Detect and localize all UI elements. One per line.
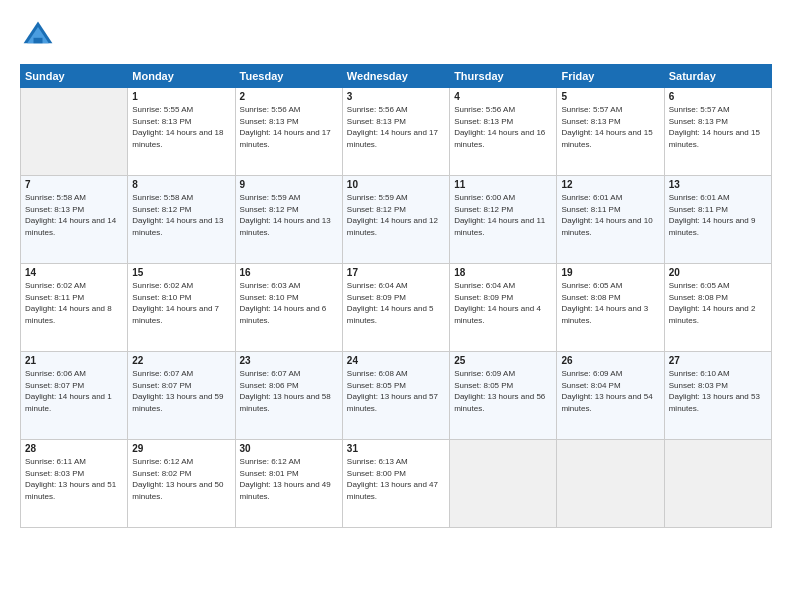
day-info: Sunrise: 6:12 AMSunset: 8:01 PMDaylight:… [240, 456, 338, 502]
day-number: 4 [454, 91, 552, 102]
calendar-cell: 2Sunrise: 5:56 AMSunset: 8:13 PMDaylight… [235, 88, 342, 176]
calendar-table: SundayMondayTuesdayWednesdayThursdayFrid… [20, 64, 772, 528]
day-info: Sunrise: 6:01 AMSunset: 8:11 PMDaylight:… [561, 192, 659, 238]
calendar-cell: 8Sunrise: 5:58 AMSunset: 8:12 PMDaylight… [128, 176, 235, 264]
day-number: 14 [25, 267, 123, 278]
day-number: 19 [561, 267, 659, 278]
day-info: Sunrise: 6:01 AMSunset: 8:11 PMDaylight:… [669, 192, 767, 238]
day-info: Sunrise: 6:08 AMSunset: 8:05 PMDaylight:… [347, 368, 445, 414]
calendar-cell: 18Sunrise: 6:04 AMSunset: 8:09 PMDayligh… [450, 264, 557, 352]
calendar-cell: 23Sunrise: 6:07 AMSunset: 8:06 PMDayligh… [235, 352, 342, 440]
calendar-week-4: 21Sunrise: 6:06 AMSunset: 8:07 PMDayligh… [21, 352, 772, 440]
day-info: Sunrise: 6:05 AMSunset: 8:08 PMDaylight:… [669, 280, 767, 326]
day-header-sunday: Sunday [21, 65, 128, 88]
day-header-wednesday: Wednesday [342, 65, 449, 88]
day-info: Sunrise: 6:02 AMSunset: 8:10 PMDaylight:… [132, 280, 230, 326]
calendar-cell: 29Sunrise: 6:12 AMSunset: 8:02 PMDayligh… [128, 440, 235, 528]
logo [20, 18, 62, 54]
day-number: 13 [669, 179, 767, 190]
calendar-cell: 19Sunrise: 6:05 AMSunset: 8:08 PMDayligh… [557, 264, 664, 352]
calendar-cell [450, 440, 557, 528]
day-number: 2 [240, 91, 338, 102]
calendar-cell: 13Sunrise: 6:01 AMSunset: 8:11 PMDayligh… [664, 176, 771, 264]
calendar-cell [557, 440, 664, 528]
day-info: Sunrise: 6:04 AMSunset: 8:09 PMDaylight:… [347, 280, 445, 326]
calendar-cell: 17Sunrise: 6:04 AMSunset: 8:09 PMDayligh… [342, 264, 449, 352]
calendar-cell: 26Sunrise: 6:09 AMSunset: 8:04 PMDayligh… [557, 352, 664, 440]
day-number: 11 [454, 179, 552, 190]
day-info: Sunrise: 6:09 AMSunset: 8:04 PMDaylight:… [561, 368, 659, 414]
day-number: 28 [25, 443, 123, 454]
calendar-cell: 7Sunrise: 5:58 AMSunset: 8:13 PMDaylight… [21, 176, 128, 264]
calendar-cell: 24Sunrise: 6:08 AMSunset: 8:05 PMDayligh… [342, 352, 449, 440]
day-number: 3 [347, 91, 445, 102]
day-number: 25 [454, 355, 552, 366]
calendar-cell: 15Sunrise: 6:02 AMSunset: 8:10 PMDayligh… [128, 264, 235, 352]
day-number: 6 [669, 91, 767, 102]
day-number: 7 [25, 179, 123, 190]
day-info: Sunrise: 6:11 AMSunset: 8:03 PMDaylight:… [25, 456, 123, 502]
calendar-cell: 22Sunrise: 6:07 AMSunset: 8:07 PMDayligh… [128, 352, 235, 440]
calendar-cell [664, 440, 771, 528]
day-info: Sunrise: 6:13 AMSunset: 8:00 PMDaylight:… [347, 456, 445, 502]
day-number: 24 [347, 355, 445, 366]
calendar-cell: 5Sunrise: 5:57 AMSunset: 8:13 PMDaylight… [557, 88, 664, 176]
day-info: Sunrise: 5:56 AMSunset: 8:13 PMDaylight:… [347, 104, 445, 150]
page: SundayMondayTuesdayWednesdayThursdayFrid… [0, 0, 792, 612]
calendar-cell: 11Sunrise: 6:00 AMSunset: 8:12 PMDayligh… [450, 176, 557, 264]
day-number: 31 [347, 443, 445, 454]
day-number: 30 [240, 443, 338, 454]
calendar-cell: 14Sunrise: 6:02 AMSunset: 8:11 PMDayligh… [21, 264, 128, 352]
day-info: Sunrise: 6:07 AMSunset: 8:07 PMDaylight:… [132, 368, 230, 414]
day-number: 9 [240, 179, 338, 190]
day-info: Sunrise: 6:07 AMSunset: 8:06 PMDaylight:… [240, 368, 338, 414]
day-header-tuesday: Tuesday [235, 65, 342, 88]
day-number: 17 [347, 267, 445, 278]
day-info: Sunrise: 5:59 AMSunset: 8:12 PMDaylight:… [240, 192, 338, 238]
calendar-cell: 3Sunrise: 5:56 AMSunset: 8:13 PMDaylight… [342, 88, 449, 176]
calendar-cell: 30Sunrise: 6:12 AMSunset: 8:01 PMDayligh… [235, 440, 342, 528]
day-number: 16 [240, 267, 338, 278]
day-number: 15 [132, 267, 230, 278]
day-info: Sunrise: 6:02 AMSunset: 8:11 PMDaylight:… [25, 280, 123, 326]
day-number: 27 [669, 355, 767, 366]
calendar-cell: 28Sunrise: 6:11 AMSunset: 8:03 PMDayligh… [21, 440, 128, 528]
day-info: Sunrise: 5:55 AMSunset: 8:13 PMDaylight:… [132, 104, 230, 150]
day-number: 1 [132, 91, 230, 102]
logo-icon [20, 18, 56, 54]
day-info: Sunrise: 6:10 AMSunset: 8:03 PMDaylight:… [669, 368, 767, 414]
calendar-cell: 25Sunrise: 6:09 AMSunset: 8:05 PMDayligh… [450, 352, 557, 440]
day-number: 29 [132, 443, 230, 454]
day-number: 26 [561, 355, 659, 366]
day-number: 20 [669, 267, 767, 278]
day-info: Sunrise: 5:58 AMSunset: 8:12 PMDaylight:… [132, 192, 230, 238]
day-header-monday: Monday [128, 65, 235, 88]
day-info: Sunrise: 5:58 AMSunset: 8:13 PMDaylight:… [25, 192, 123, 238]
day-number: 18 [454, 267, 552, 278]
calendar-cell: 6Sunrise: 5:57 AMSunset: 8:13 PMDaylight… [664, 88, 771, 176]
calendar-cell: 9Sunrise: 5:59 AMSunset: 8:12 PMDaylight… [235, 176, 342, 264]
day-number: 23 [240, 355, 338, 366]
day-number: 5 [561, 91, 659, 102]
calendar-cell: 20Sunrise: 6:05 AMSunset: 8:08 PMDayligh… [664, 264, 771, 352]
day-number: 10 [347, 179, 445, 190]
day-info: Sunrise: 5:57 AMSunset: 8:13 PMDaylight:… [669, 104, 767, 150]
header [20, 18, 772, 54]
calendar-cell: 16Sunrise: 6:03 AMSunset: 8:10 PMDayligh… [235, 264, 342, 352]
day-header-friday: Friday [557, 65, 664, 88]
calendar-week-3: 14Sunrise: 6:02 AMSunset: 8:11 PMDayligh… [21, 264, 772, 352]
day-info: Sunrise: 6:03 AMSunset: 8:10 PMDaylight:… [240, 280, 338, 326]
calendar-week-5: 28Sunrise: 6:11 AMSunset: 8:03 PMDayligh… [21, 440, 772, 528]
day-number: 8 [132, 179, 230, 190]
calendar-week-1: 1Sunrise: 5:55 AMSunset: 8:13 PMDaylight… [21, 88, 772, 176]
day-info: Sunrise: 5:56 AMSunset: 8:13 PMDaylight:… [240, 104, 338, 150]
day-info: Sunrise: 5:56 AMSunset: 8:13 PMDaylight:… [454, 104, 552, 150]
day-header-saturday: Saturday [664, 65, 771, 88]
svg-rect-2 [34, 38, 43, 43]
day-header-thursday: Thursday [450, 65, 557, 88]
day-info: Sunrise: 6:05 AMSunset: 8:08 PMDaylight:… [561, 280, 659, 326]
calendar-cell: 12Sunrise: 6:01 AMSunset: 8:11 PMDayligh… [557, 176, 664, 264]
calendar-cell: 10Sunrise: 5:59 AMSunset: 8:12 PMDayligh… [342, 176, 449, 264]
day-info: Sunrise: 6:12 AMSunset: 8:02 PMDaylight:… [132, 456, 230, 502]
day-number: 21 [25, 355, 123, 366]
